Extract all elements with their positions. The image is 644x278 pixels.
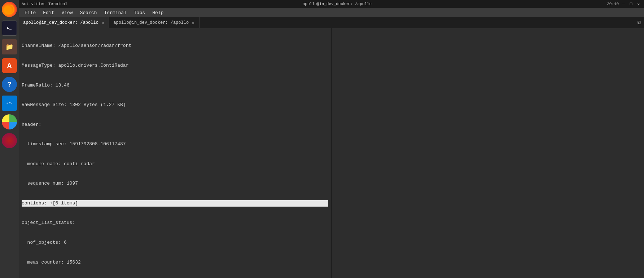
line-4: RawMessage Size: 1302 Bytes (1.27 KB) [22, 102, 328, 108]
tabs-row: apollo@in_dev_docker: /apollo ✕ apollo@i… [19, 17, 644, 28]
terminal-tab-2[interactable]: apollo@in_dev_docker: /apollo ✕ [109, 17, 199, 28]
activities-label[interactable]: Activities [22, 2, 45, 6]
menu-search[interactable]: Search [77, 9, 100, 16]
topbar-right: 20:40 — □ ✕ [607, 2, 641, 6]
topbar-time: 20:40 [607, 2, 619, 6]
menubar: File Edit View Search Terminal Tabs Help [19, 8, 644, 17]
tab-1-close-button[interactable]: ✕ [101, 20, 104, 26]
sidebar-icon-vscode[interactable] [2, 96, 17, 111]
main-area: Activities Terminal apollo@in_dev_docker… [19, 0, 644, 278]
line-7: module name: conti radar [22, 161, 328, 167]
line-2: MessageType: apollo.drivers.ContiRadar [22, 62, 328, 69]
topbar-left: Activities Terminal [22, 2, 67, 6]
minimize-button[interactable]: — [621, 2, 626, 6]
menu-edit[interactable]: Edit [40, 9, 57, 16]
terminal-panes: ChannelName: /apollo/sensor/radar/front … [19, 28, 644, 278]
terminal-tab-1[interactable]: apollo@in_dev_docker: /apollo ✕ [19, 17, 109, 28]
topbar: Activities Terminal apollo@in_dev_docker… [19, 0, 644, 8]
topbar-title: apollo@in_dev_docker: /apollo [303, 2, 372, 6]
sidebar-icon-earth[interactable] [2, 114, 17, 129]
tab-2-close-button[interactable]: ✕ [192, 20, 194, 26]
menu-view[interactable]: View [58, 9, 75, 16]
sidebar-icon-appstore[interactable] [2, 58, 17, 73]
line-9-highlighted: contiobs: +[6 items] [22, 200, 328, 207]
menu-file[interactable]: File [22, 9, 39, 16]
sidebar-icon-files[interactable] [2, 39, 17, 54]
tab-2-label: apollo@in_dev_docker: /apollo [113, 20, 189, 25]
maximize-button[interactable]: □ [628, 2, 634, 6]
menu-help[interactable]: Help [149, 9, 166, 16]
close-button[interactable]: ✕ [636, 2, 641, 6]
line-11: nof_objects: 6 [22, 239, 328, 246]
terminal-pane-right[interactable] [332, 28, 644, 278]
menu-terminal[interactable]: Terminal [101, 9, 129, 16]
line-8: sequence_num: 1097 [22, 180, 328, 187]
line-5: header: [22, 122, 328, 128]
copy-terminal-icon: ⧉ [638, 20, 641, 26]
tab-1-label: apollo@in_dev_docker: /apollo [23, 20, 98, 25]
terminal-pane-left[interactable]: ChannelName: /apollo/sensor/radar/front … [19, 28, 332, 278]
sidebar [0, 0, 19, 278]
menu-tabs[interactable]: Tabs [131, 9, 148, 16]
line-12: meas_counter: 15632 [22, 259, 328, 266]
line-3: FrameRatio: 13.46 [22, 82, 328, 89]
new-tab-button[interactable]: ⧉ [634, 17, 644, 28]
sidebar-icon-circular[interactable] [2, 133, 17, 148]
line-6: timestamp_sec: 1591792808.106117487 [22, 141, 328, 147]
sidebar-icon-firefox[interactable] [2, 2, 17, 17]
sidebar-icon-help[interactable] [2, 77, 17, 92]
terminal-area: apollo@in_dev_docker: /apollo ✕ apollo@i… [19, 17, 644, 278]
terminal-output-left: ChannelName: /apollo/sensor/radar/front … [22, 30, 328, 278]
app-name-label: Terminal [48, 2, 67, 6]
line-1: ChannelName: /apollo/sensor/radar/front [22, 43, 328, 49]
line-10: object_list_status: [22, 220, 328, 226]
sidebar-icon-terminal[interactable] [2, 21, 17, 36]
